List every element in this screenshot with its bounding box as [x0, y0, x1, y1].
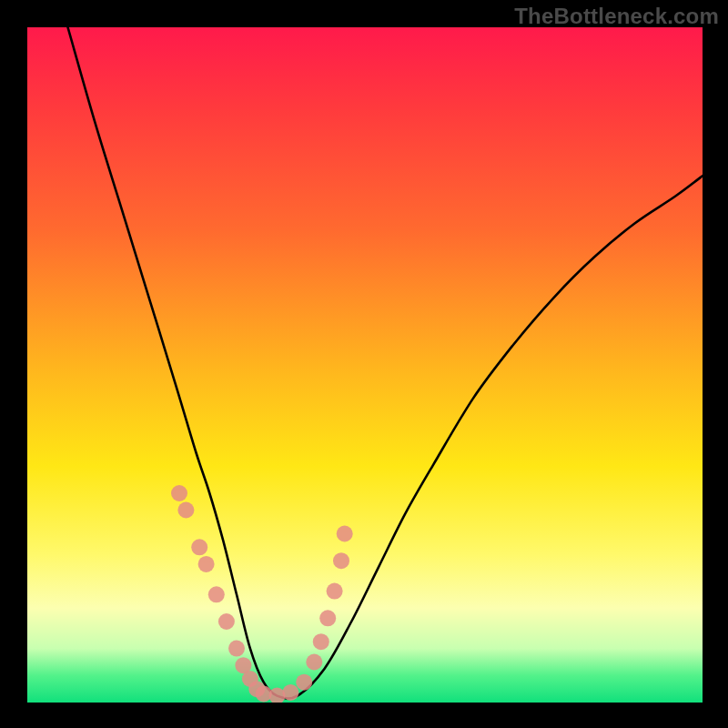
highlight-dot — [228, 641, 245, 657]
highlight-dot — [313, 633, 329, 650]
highlight-dot — [306, 654, 322, 671]
bottleneck-curve-path — [68, 27, 703, 698]
highlight-dot — [296, 674, 312, 691]
highlight-dot — [177, 502, 194, 519]
plot-area — [27, 27, 703, 703]
highlight-dot — [198, 556, 215, 572]
highlight-dot — [327, 583, 343, 600]
highlight-dot — [208, 586, 225, 602]
bottleneck-curve — [68, 27, 703, 698]
highlight-dot — [282, 684, 298, 701]
highlight-dot — [218, 613, 235, 630]
chart-frame: TheBottleneck.com — [0, 0, 728, 728]
highlight-dot — [171, 485, 187, 501]
highlight-dot — [269, 688, 286, 703]
highlight-dot — [319, 610, 336, 626]
highlight-dots — [171, 485, 353, 703]
chart-svg — [27, 27, 703, 703]
highlight-dot — [337, 526, 353, 542]
highlight-dot — [333, 552, 349, 569]
watermark-text: TheBottleneck.com — [514, 4, 719, 29]
highlight-dot — [191, 539, 207, 555]
